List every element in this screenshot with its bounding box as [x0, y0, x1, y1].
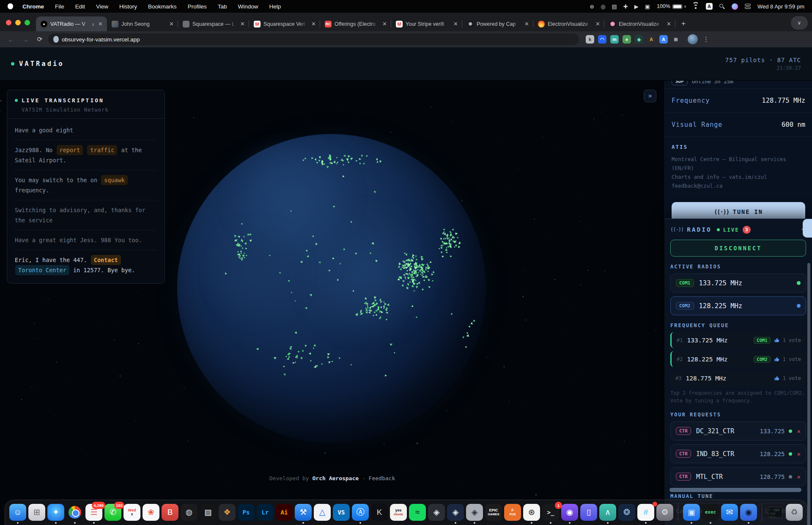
dock-ai-assistant[interactable]: ◉	[740, 504, 757, 521]
tab-close-icon[interactable]: ✕	[666, 21, 672, 27]
ext-translate-icon[interactable]: A	[659, 35, 668, 44]
dock-bear[interactable]: B	[162, 504, 178, 521]
layout-status-icon[interactable]: ▣	[645, 3, 650, 10]
panel-horizontal-scrollbar[interactable]	[669, 488, 801, 492]
request-row-DC_321_CTR[interactable]: CTRDC_321_CTR133.725✕	[670, 421, 806, 440]
browser-tab-8[interactable]: ElectronVisualize✕	[604, 16, 675, 31]
dock-calendar[interactable]: Wed8	[123, 504, 140, 521]
play-status-icon[interactable]: ▶	[634, 3, 639, 10]
ext-dark-icon[interactable]: ◆	[635, 35, 643, 44]
dock-unity-hub[interactable]: ◈	[428, 504, 445, 521]
dock-blue-shapes-app[interactable]: ▣	[683, 504, 700, 521]
tab-search-chevron-icon[interactable]: ∨	[791, 16, 808, 30]
wifi-icon[interactable]	[692, 4, 699, 9]
bookmark-star-icon[interactable]: ☆	[53, 36, 59, 43]
openai-status-icon[interactable]: ⊛	[590, 3, 594, 10]
menu-item-history[interactable]: History	[119, 3, 137, 10]
tab-close-icon[interactable]: ✕	[239, 21, 246, 27]
extensions-puzzle-icon[interactable]: ⊞	[672, 35, 680, 44]
dock-epic-games[interactable]: EPICGAMES	[485, 504, 502, 521]
printer-icon[interactable]: ▤	[612, 3, 617, 10]
dock-finder[interactable]: ☺	[9, 504, 26, 521]
dock-app-store[interactable]: Ⓐ	[352, 504, 369, 521]
tab-close-icon[interactable]: ✕	[524, 21, 530, 27]
collapse-panel-button[interactable]: »	[644, 90, 656, 102]
ext-evernote-icon[interactable]: e	[623, 35, 631, 44]
dock-unity-dark[interactable]: ◈	[447, 504, 464, 521]
menu-item-edit[interactable]: Edit	[75, 3, 85, 10]
menu-item-window[interactable]: Window	[238, 3, 258, 10]
queue-row-2[interactable]: #2128.225 MHzCOM21 vote	[670, 351, 806, 367]
tab-close-icon[interactable]: ✕	[595, 21, 601, 27]
dock-unity-gray[interactable]: ◈	[466, 504, 483, 521]
disconnect-button[interactable]: DISCONNECT	[670, 240, 806, 257]
browser-tab-7[interactable]: ElectronVisualize✕	[533, 16, 604, 31]
active-radio-com1[interactable]: COM1133.725 MHz	[670, 273, 806, 293]
ext-blue-circle-icon[interactable]: ◠	[598, 35, 606, 44]
apple-menu-icon[interactable]	[8, 3, 13, 9]
dock-aperture-app[interactable]: ❂	[618, 504, 635, 521]
menu-item-file[interactable]: File	[55, 3, 64, 10]
page-vertical-scrollbar[interactable]	[807, 263, 810, 525]
keyword-chip[interactable]: traffic	[87, 145, 117, 155]
dock-xcode[interactable]: ⚒	[295, 504, 312, 521]
request-row-MTL_CTR[interactable]: CTRMTL_CTR128.775✕	[670, 467, 806, 486]
spotlight-search-icon[interactable]	[719, 4, 725, 9]
vote-thumb-icon[interactable]	[774, 337, 779, 343]
dock-exec-app[interactable]: exec	[702, 504, 719, 521]
forward-button[interactable]: →	[19, 36, 31, 43]
keyword-chip[interactable]: Contact	[91, 255, 121, 265]
ext-k-icon[interactable]: k	[586, 35, 594, 44]
dock-chrome[interactable]	[66, 504, 83, 521]
request-row-IND_83_CTR[interactable]: CTRIND_83_CTR128.225✕	[670, 444, 806, 463]
dock-reminders[interactable]: ☰4,290	[85, 504, 102, 521]
menu-item-chrome[interactable]: Chrome	[22, 3, 44, 10]
dock-media-wheel[interactable]: ◍	[181, 504, 198, 521]
menu-item-help[interactable]: Help	[269, 3, 281, 10]
control-center-icon[interactable]	[745, 4, 751, 9]
queue-row-3[interactable]: #3128.775 MHz1 vote	[670, 370, 806, 386]
browser-tab-4[interactable]: RCOfferings (Electro✕	[320, 16, 391, 31]
ext-a-icon[interactable]: A	[647, 35, 656, 44]
keyword-chip[interactable]: report	[57, 145, 83, 155]
dock-fusion-360[interactable]: FFUS	[504, 504, 521, 521]
active-radio-com2[interactable]: COM2128.225 MHz	[670, 296, 806, 315]
remove-request-icon[interactable]: ✕	[797, 451, 801, 457]
dock-dev-compass[interactable]: △	[314, 504, 331, 521]
keyword-chip[interactable]: squawk	[101, 175, 128, 185]
dock-system-settings[interactable]: ⚙	[656, 504, 673, 521]
shield-app-icon[interactable]: ✚	[623, 3, 628, 10]
browser-tab-2[interactable]: Squarespace — L✕	[178, 16, 249, 31]
reload-button[interactable]: ⟳	[34, 36, 46, 43]
dock-trash[interactable]: ♻	[786, 504, 803, 521]
browser-tab-6[interactable]: ⊕Powered by Cap✕	[462, 16, 533, 31]
dock-mail[interactable]: ✉	[721, 504, 738, 521]
tab-close-icon[interactable]: ✕	[97, 21, 104, 27]
tab-audio-icon[interactable]: ♪	[92, 22, 95, 27]
vote-thumb-icon[interactable]	[774, 375, 779, 381]
dock-chatgpt[interactable]: ⊛	[523, 504, 540, 521]
tab-close-icon[interactable]: ✕	[310, 21, 317, 27]
dock-github-desktop[interactable]: ◉	[561, 504, 578, 521]
dock-photoshop[interactable]: Ps	[238, 504, 255, 521]
back-button[interactable]: ←	[5, 36, 17, 43]
dock-vscode[interactable]: VS	[333, 504, 350, 521]
dock-spotify[interactable]: ≈	[409, 504, 426, 521]
browser-menu-icon[interactable]: ⋮	[700, 36, 712, 43]
dock-lightroom[interactable]: Lr	[257, 504, 274, 521]
browser-tab-0[interactable]: ▲VATRadio — V♪✕	[36, 16, 107, 31]
remove-request-icon[interactable]: ✕	[797, 473, 801, 480]
dock-kindle[interactable]: K	[371, 504, 388, 521]
tab-close-icon[interactable]: ✕	[453, 21, 459, 27]
window-traffic-lights[interactable]	[0, 20, 36, 31]
dock-illustrator[interactable]: Ai	[276, 504, 293, 521]
tab-close-icon[interactable]: ✕	[168, 21, 175, 27]
vote-thumb-icon[interactable]	[774, 356, 779, 362]
browser-tab-3[interactable]: MSquarespace Veri✕	[249, 16, 320, 31]
dock-yes-ebook[interactable]: yesebook	[390, 504, 407, 521]
menu-item-bookmarks[interactable]: Bookmarks	[148, 3, 177, 10]
dock-slack[interactable]: #	[637, 504, 654, 521]
radio-panel-header[interactable]: ((·)) RADIO LIVE 3 ❯	[670, 224, 806, 235]
keyword-chip[interactable]: Toronto Center	[15, 265, 69, 275]
tab-close-icon[interactable]: ✕	[381, 21, 388, 27]
